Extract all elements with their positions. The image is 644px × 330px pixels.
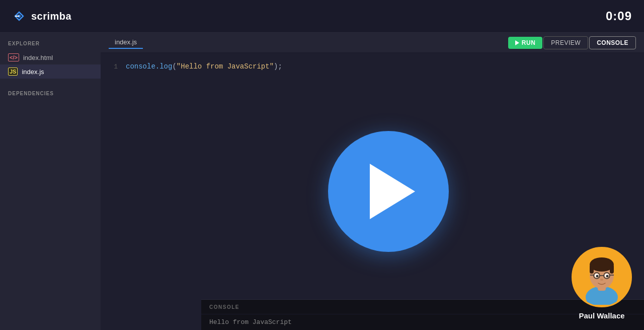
sidebar-item-index-html[interactable]: </> index.html — [0, 50, 101, 64]
run-play-icon — [515, 40, 519, 45]
toolbar-buttons: RUN PREVIEW CONSOLE — [508, 36, 636, 49]
main-layout: EXPLORER </> index.html JS index.js DEPE… — [0, 33, 644, 330]
logo-text: scrimba — [31, 11, 71, 22]
instructor-card: Paul Wallace — [572, 247, 632, 320]
sidebar-file-label: index.html — [23, 54, 53, 61]
code-editor[interactable]: 1 console.log("Hello from JavaScript"); — [101, 53, 644, 330]
run-label: RUN — [522, 39, 536, 46]
code-paren-open: ( — [172, 62, 176, 71]
sidebar-file-label: index.js — [22, 68, 44, 76]
logo: scrimba — [12, 9, 71, 23]
svg-point-19 — [600, 279, 603, 281]
console-label: CONSOLE — [209, 304, 239, 310]
svg-point-13 — [606, 275, 609, 278]
play-button-overlay[interactable] — [328, 131, 449, 252]
console-button[interactable]: CONSOLE — [589, 36, 636, 49]
run-button[interactable]: RUN — [508, 37, 543, 49]
svg-rect-9 — [610, 265, 614, 274]
instructor-avatar — [572, 247, 632, 307]
explorer-label: EXPLORER — [0, 41, 101, 50]
instructor-avatar-svg — [574, 249, 629, 305]
code-string-value: "Hello from JavaScript" — [177, 62, 274, 71]
js-file-icon: JS — [8, 68, 18, 76]
code-line-1: 1 console.log("Hello from JavaScript"); — [101, 61, 644, 73]
preview-button[interactable]: PREVIEW — [543, 36, 588, 49]
play-icon — [370, 164, 415, 219]
editor-toolbar: index.js RUN PREVIEW CONSOLE — [101, 33, 644, 53]
file-tab[interactable]: index.js — [109, 36, 143, 49]
sidebar: EXPLORER </> index.html JS index.js DEPE… — [0, 33, 101, 330]
code-semi: ; — [278, 62, 282, 71]
sidebar-item-index-js[interactable]: JS index.js — [0, 64, 101, 79]
line-number: 1 — [101, 61, 126, 73]
editor-area: index.js RUN PREVIEW CONSOLE 1 console.l… — [101, 33, 644, 330]
code-content: console.log("Hello from JavaScript"); — [126, 61, 282, 73]
header: scrimba 0:09 — [0, 0, 644, 33]
instructor-name: Paul Wallace — [579, 311, 624, 320]
dependencies-label: DEPENDENCIES — [0, 91, 101, 100]
html-file-icon: </> — [8, 53, 19, 61]
svg-point-12 — [596, 275, 599, 278]
timer-display: 0:09 — [606, 9, 632, 23]
svg-rect-8 — [590, 265, 594, 274]
code-fn-name: console.log — [126, 62, 172, 71]
scrimba-logo-icon — [12, 9, 26, 23]
